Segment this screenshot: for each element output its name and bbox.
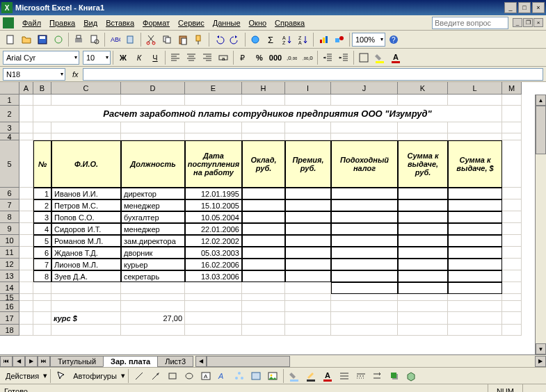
cell-H16[interactable] [242, 301, 285, 312]
cell-C11[interactable]: Жданов Т.Д. [51, 247, 121, 259]
row-header-7[interactable]: 7 [0, 199, 19, 211]
hyperlink-button[interactable] [248, 32, 263, 47]
cut-button[interactable] [143, 32, 159, 47]
cell-M16[interactable] [502, 301, 522, 312]
cell-H18[interactable] [242, 325, 285, 336]
cell-E3[interactable] [185, 122, 242, 133]
research-button[interactable] [123, 32, 138, 47]
cell-J14[interactable] [331, 282, 398, 294]
cell-L9[interactable] [448, 223, 502, 235]
name-box[interactable]: N18 [3, 68, 65, 81]
cell-J1[interactable] [331, 95, 398, 106]
oval-button[interactable] [182, 368, 197, 384]
row-header-17[interactable]: 17 [0, 312, 19, 325]
formula-input[interactable] [83, 68, 543, 81]
maximize-button[interactable]: □ [518, 2, 531, 13]
permission-button[interactable] [51, 32, 66, 47]
row-header-14[interactable]: 14 [0, 282, 19, 294]
percent-button[interactable]: % [252, 50, 267, 65]
row-header-10[interactable]: 10 [0, 235, 19, 247]
cell-M13[interactable] [502, 270, 522, 282]
cell-I7[interactable] [285, 199, 331, 211]
menu-Вид[interactable]: Вид [79, 17, 102, 28]
menu-Сервис[interactable]: Сервис [174, 17, 209, 28]
cell-L14[interactable] [448, 282, 502, 294]
cell-I3[interactable] [285, 122, 331, 133]
col-header-H[interactable]: H [242, 82, 285, 95]
cell-I8[interactable] [285, 211, 331, 223]
help-search-box[interactable] [432, 17, 508, 29]
sheet-tab-Титульный[interactable]: Титульный [50, 356, 104, 367]
row-header-5[interactable]: 5 [0, 140, 19, 188]
cell-A3[interactable] [19, 122, 33, 133]
close-button[interactable]: × [532, 2, 545, 13]
autosum-button[interactable]: Σ [264, 32, 279, 47]
cell-L6[interactable] [448, 188, 502, 199]
scroll-up-button[interactable]: ▲ [536, 95, 546, 106]
cell-E10[interactable]: 12.02.2002 [185, 235, 242, 247]
cell-K1[interactable] [398, 95, 448, 106]
minimize-button[interactable]: _ [504, 2, 517, 13]
cell-M2[interactable] [502, 106, 522, 122]
tab-nav-next[interactable]: ▶ [25, 356, 38, 367]
cell-J15[interactable] [331, 294, 398, 301]
cell-K12[interactable] [398, 259, 448, 270]
cell-H8[interactable] [242, 211, 285, 223]
cell-C14[interactable] [51, 282, 121, 294]
cell-K3[interactable] [398, 122, 448, 133]
print-preview-button[interactable] [87, 32, 102, 47]
cell-B3[interactable] [33, 122, 51, 133]
cell-A1[interactable] [19, 95, 33, 106]
col-header-L[interactable]: L [448, 82, 502, 95]
cell-K5[interactable]: Сумма к выдаче, руб. [398, 140, 448, 188]
cell-D13[interactable]: секретарь [121, 270, 185, 282]
col-header-B[interactable]: B [33, 82, 51, 95]
cell-C12[interactable]: Лионов М.Л. [51, 259, 121, 270]
rectangle-button[interactable] [165, 368, 180, 384]
cell-D10[interactable]: зам.директора [121, 235, 185, 247]
cell-C5[interactable]: Ф.И.О. [51, 140, 121, 188]
col-header-A[interactable]: A [19, 82, 33, 95]
cell-K6[interactable] [398, 188, 448, 199]
cell-E6[interactable]: 12.01.1995 [185, 188, 242, 199]
cell-J8[interactable] [331, 211, 398, 223]
cell-D1[interactable] [121, 95, 185, 106]
cell-I6[interactable] [285, 188, 331, 199]
menu-Окно[interactable]: Окно [245, 17, 271, 28]
menu-Правка[interactable]: Правка [45, 17, 79, 28]
cell-M11[interactable] [502, 247, 522, 259]
cell-A15[interactable] [19, 294, 33, 301]
format-painter-button[interactable] [191, 32, 207, 47]
cell-A17[interactable] [19, 312, 33, 325]
drawing-actions-menu[interactable]: Действия [3, 372, 42, 380]
row-header-6[interactable]: 6 [0, 188, 19, 199]
mdi-restore-button[interactable]: ❐ [523, 18, 533, 27]
cell-H7[interactable] [242, 199, 285, 211]
merge-center-button[interactable]: a [216, 50, 231, 65]
cell-B13[interactable]: 8 [33, 270, 51, 282]
zoom-combo[interactable]: 100% [352, 33, 385, 47]
cell-I10[interactable] [285, 235, 331, 247]
cell-I12[interactable] [285, 259, 331, 270]
cell-B18[interactable] [33, 325, 51, 336]
textbox-button[interactable]: A [198, 368, 214, 384]
cell-L8[interactable] [448, 211, 502, 223]
diagram-button[interactable] [232, 368, 247, 384]
cell-L12[interactable] [448, 259, 502, 270]
arrow-style-button[interactable] [370, 368, 385, 384]
cell-D18[interactable] [121, 325, 185, 336]
row-header-8[interactable]: 8 [0, 211, 19, 223]
print-button[interactable] [71, 32, 86, 47]
cell-M3[interactable] [502, 122, 522, 133]
underline-button[interactable]: Ч [147, 50, 163, 65]
cell-K11[interactable] [398, 247, 448, 259]
cell-M1[interactable] [502, 95, 522, 106]
comma-button[interactable]: 000 [268, 50, 283, 65]
col-header-D[interactable]: D [121, 82, 185, 95]
cell-E14[interactable] [185, 282, 242, 294]
cell-M15[interactable] [502, 294, 522, 301]
cell-B17[interactable] [33, 312, 51, 325]
cell-I14[interactable] [285, 282, 331, 294]
worksheet-area[interactable]: ABCDEHIJKLM12Расчет заработной платы сот… [0, 82, 546, 354]
cell-M7[interactable] [502, 199, 522, 211]
